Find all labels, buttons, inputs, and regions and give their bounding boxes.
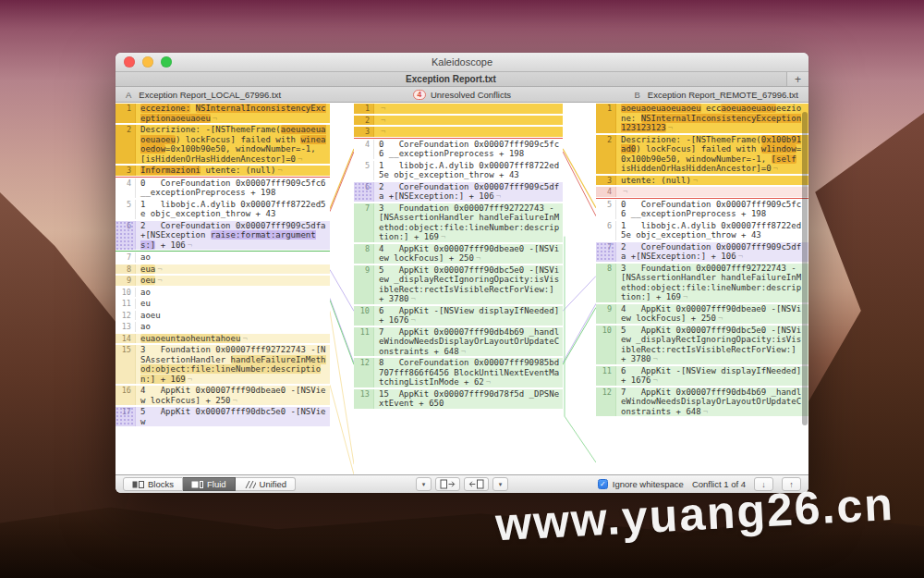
diff-line[interactable]: 51 libobjc.A.dylib 0x00007fff8722ed5e ob… (116, 199, 330, 220)
diff-line[interactable]: 51 libobjc.A.dylib 0x00007fff8722ed5e ob… (354, 160, 563, 181)
line-content: 6 AppKit -[NSView displayIfNeeded] + 167… (616, 366, 808, 386)
line-number: 15 (116, 345, 136, 384)
line-number: 10 (116, 288, 136, 298)
line-number: 8 (596, 264, 616, 302)
line-number: 4 (354, 140, 374, 159)
diff-line[interactable]: 1eccezione: NSInternalInconsistencyExcep… (116, 103, 330, 124)
line-content: euaoeuntaoheuntahoeu¬ (136, 334, 330, 344)
line-content: 2 CoreFoundation 0x00007fff909c5dfa +[NS… (374, 182, 563, 202)
diff-line[interactable]: 105 AppKit 0x00007fff90dbc5e0 -[NSView _… (596, 325, 808, 365)
merge-left-options-button[interactable]: ▾ (416, 477, 432, 491)
pane-b-remote[interactable]: 1aoeuaoeuaoeuaoeu eccaoeuaoeuaoueezione:… (596, 103, 808, 474)
diff-line[interactable]: 12aoeu (116, 310, 330, 322)
diff-line[interactable]: 94 AppKit 0x00007fff90dbeae0 -[NSView lo… (596, 303, 808, 325)
diff-line[interactable]: 116 AppKit -[NSView displayIfNeeded] + 1… (596, 365, 808, 387)
ignore-whitespace-control[interactable]: Ignore whitespace (598, 479, 684, 489)
line-content: ¬ (616, 187, 808, 197)
line-content: oeu¬ (136, 276, 330, 286)
merge-right-options-button[interactable]: ▾ (492, 477, 508, 491)
line-number: 3 (354, 127, 374, 137)
tab-bar: Exception Report.txt + (116, 72, 808, 87)
newline-marker-icon: ¬ (213, 114, 217, 123)
diff-line[interactable]: 11eu (116, 298, 330, 310)
diff-line[interactable]: 14euaoeuntaoheuntahoeu¬ (116, 333, 330, 345)
file-a-header[interactable]: A Exception Report_LOCAL_67996.txt (126, 90, 281, 100)
scrollbar-track[interactable] (801, 106, 808, 471)
line-content: 0 CoreFoundation 0x00007fff909c5fc6 __ex… (616, 200, 808, 219)
document-arrow-right-icon (440, 479, 456, 489)
line-content: Descrizione: -[NSThemeFrame(aoeuaoeuaoeu… (136, 125, 330, 164)
diff-line[interactable]: 117 AppKit 0x00007fff90db4b69 _handleWin… (354, 326, 563, 358)
diff-line[interactable]: 164 AppKit 0x00007fff90dbeae0 -[NSView l… (116, 385, 330, 406)
diff-line[interactable]: 50 CoreFoundation 0x00007fff909c5fc6 __e… (596, 199, 808, 220)
diff-line[interactable]: 9oeu¬ (116, 275, 330, 287)
ignore-whitespace-checkbox[interactable] (598, 479, 608, 489)
blocks-label: Blocks (148, 479, 174, 489)
diff-line[interactable]: 10ao (116, 287, 330, 299)
titlebar[interactable]: Kaleidoscope (116, 53, 808, 72)
pane-a-local[interactable]: 1eccezione: NSInternalInconsistencyExcep… (116, 103, 330, 474)
diff-line[interactable]: 1¬ (354, 103, 563, 115)
diff-line[interactable]: 2Descrizione: -[NSThemeFrame(aoeuaoeuaoe… (116, 124, 330, 165)
diff-line[interactable]: 95 AppKit 0x00007fff90dbc5e0 -[NSView _d… (354, 264, 563, 305)
copy-to-left-button[interactable] (464, 477, 489, 491)
copy-to-right-button[interactable] (435, 477, 460, 491)
line-content: ao (136, 252, 330, 263)
bottom-toolbar: Blocks Fluid Unified ▾ ▾ (116, 474, 808, 493)
line-number: 11 (354, 327, 374, 357)
line-number: 14 (116, 334, 136, 344)
diff-line[interactable]: 13ao (116, 321, 330, 333)
diff-line[interactable]: 73 Foundation 0x00007fff92722743 -[NSAss… (354, 203, 563, 243)
diff-line[interactable]: 7ao (116, 252, 330, 264)
line-content: 4 AppKit 0x00007fff90dbeae0 -[NSView loc… (374, 244, 563, 264)
line-number: 3 (596, 176, 616, 186)
view-mode-segmented-control: Blocks Fluid Unified (123, 477, 296, 491)
line-content: 5 AppKit 0x00007fff90dbc5e0 -[NSView (136, 407, 330, 426)
diff-line[interactable]: 84 AppKit 0x00007fff90dbeae0 -[NSView lo… (354, 243, 563, 264)
diff-line[interactable]: 128 CoreFoundation 0x00007fff90985bd707f… (354, 357, 563, 388)
diff-line[interactable]: 1aoeuaoeuaoeuaoeu eccaoeuaoeuaoueezione:… (596, 103, 808, 134)
diff-line[interactable]: 3utente: (null)¬ (596, 175, 808, 187)
line-content: eccezione: NSInternalInconsistencyExcept… (136, 104, 330, 123)
file-b-header[interactable]: B Exception Report_REMOTE_67996.txt (634, 90, 798, 100)
diff-line[interactable]: 4¬ (596, 186, 808, 199)
newline-marker-icon: ¬ (381, 104, 385, 113)
view-mode-unified-button[interactable]: Unified (236, 477, 297, 491)
scrollbar-thumb[interactable] (802, 112, 808, 425)
view-mode-fluid-button[interactable]: Fluid (183, 477, 236, 491)
line-number: 12 (116, 311, 136, 321)
line-content: 15 AppKit 0x00007fff90d78f5d _DPSNextEve… (374, 389, 563, 409)
diff-line[interactable]: 106 AppKit -[NSView displayIfNeeded] + 1… (354, 305, 563, 326)
wallpaper-rock-bottom (0, 499, 924, 578)
diff-line[interactable]: 61 libobjc.A.dylib 0x00007fff8722ed5e ob… (596, 220, 808, 241)
line-number: 5 (354, 161, 374, 180)
diff-line[interactable]: 3Informazioni utente: (null)¬ (116, 165, 330, 178)
line-number: 13 (116, 322, 136, 332)
line-number: 9 (116, 276, 136, 286)
diff-line[interactable]: 62 CoreFoundation 0x00007fff909c5dfa +[N… (116, 220, 330, 252)
diff-line[interactable]: 62 CoreFoundation 0x00007fff909c5dfa +[N… (354, 181, 563, 203)
line-content: ao (136, 322, 330, 332)
diff-line[interactable]: 83 Foundation 0x00007fff92722743 -[NSAss… (596, 263, 808, 303)
diff-line[interactable]: 40 CoreFoundation 0x00007fff909c5fc6 __e… (354, 139, 563, 160)
diff-line[interactable]: 153 Foundation 0x00007fff92722743 -[NSAs… (116, 344, 330, 385)
tab-exception-report[interactable]: Exception Report.txt (116, 72, 786, 86)
fluid-icon (191, 481, 203, 488)
line-content: utente: (null)¬ (616, 176, 808, 186)
next-conflict-button[interactable]: ↓ (754, 477, 773, 491)
view-mode-blocks-button[interactable]: Blocks (123, 477, 183, 491)
line-content: 1 libobjc.A.dylib 0x00007fff8722ed5e obj… (136, 200, 330, 219)
diff-line[interactable]: 2Descrizione: -[NSThemeFrame(0x100b91ad0… (596, 134, 808, 175)
diff-line[interactable]: 40 CoreFoundation 0x00007fff909c5fc6 __e… (116, 178, 330, 199)
pane-merged-result[interactable]: 1¬2¬3¬40 CoreFoundation 0x00007fff909c5f… (354, 103, 563, 474)
line-content: eu (136, 299, 330, 309)
diff-line[interactable]: 127 AppKit 0x00007fff90db4b69 _handleWin… (596, 387, 808, 418)
diff-line[interactable]: 72 CoreFoundation 0x00007fff909c5dfa +[N… (596, 241, 808, 263)
new-tab-button[interactable]: + (786, 72, 808, 86)
diff-line[interactable]: 2¬ (354, 115, 563, 127)
previous-conflict-button[interactable]: ↑ (782, 477, 801, 491)
diff-line[interactable]: 1315 AppKit 0x00007fff90d78f5d _DPSNextE… (354, 388, 563, 410)
diff-line[interactable]: 3¬ (354, 126, 563, 139)
diff-line[interactable]: 8eua¬ (116, 264, 330, 276)
diff-line[interactable]: 175 AppKit 0x00007fff90dbc5e0 -[NSView (116, 406, 330, 427)
